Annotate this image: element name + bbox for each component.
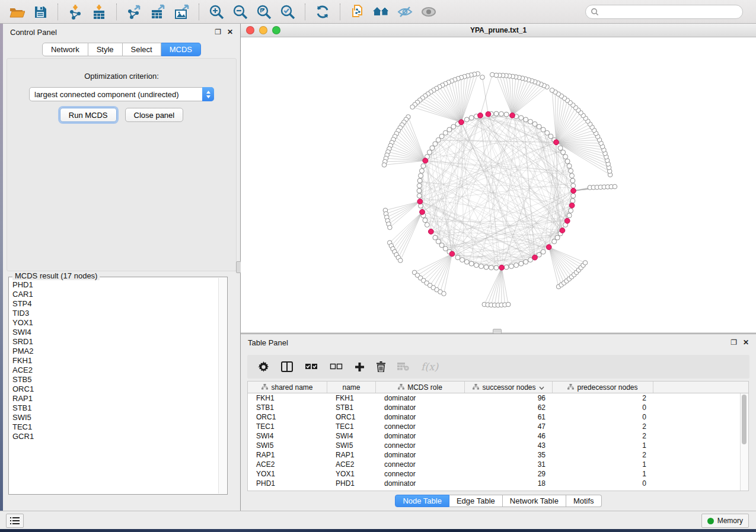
tab-motifs[interactable]: Motifs <box>566 495 602 507</box>
add-column-icon[interactable] <box>355 362 365 372</box>
toolbar-separator <box>305 4 305 20</box>
hide-selected-icon[interactable] <box>394 2 416 21</box>
cell-MCDS-role: dominator <box>376 450 465 460</box>
tab-network[interactable]: Network <box>42 43 88 56</box>
mcds-result-item[interactable]: TID3 <box>12 309 219 318</box>
table-row[interactable]: ACE2ACE2connector311 <box>248 460 748 469</box>
column-view-icon[interactable] <box>281 361 293 372</box>
cell-predecessor-nodes: 2 <box>553 431 653 441</box>
memory-button[interactable]: Memory <box>701 514 749 528</box>
tab-style[interactable]: Style <box>88 43 123 56</box>
criterion-select[interactable]: largest connected component (undirected) <box>29 87 214 101</box>
cell-MCDS-role: dominator <box>376 412 465 422</box>
network-graph-canvas[interactable] <box>241 37 756 332</box>
mcds-result-item[interactable]: RAP1 <box>12 394 219 403</box>
cell-name: STB1 <box>327 403 376 412</box>
search-input[interactable] <box>599 5 738 18</box>
first-neighbors-icon[interactable] <box>371 2 392 21</box>
float-panel-icon[interactable]: ❐ <box>215 28 221 36</box>
import-table-icon[interactable] <box>88 2 110 21</box>
mcds-result-list[interactable]: PHD1CAR1STP4TID3YOX1SWI4SRD1PMA2FKH1ACE2… <box>9 278 219 493</box>
cell-predecessor-nodes: 0 <box>553 412 653 422</box>
mcds-result-item[interactable]: SWI5 <box>12 413 219 422</box>
tab-network-table[interactable]: Network Table <box>503 495 566 507</box>
mcds-result-item[interactable]: TEC1 <box>12 422 219 432</box>
mcds-result-item[interactable]: PMA2 <box>12 347 219 356</box>
float-table-panel-icon[interactable]: ❐ <box>731 339 737 346</box>
cell-predecessor-nodes: 2 <box>553 450 653 460</box>
export-table-icon[interactable] <box>147 2 168 21</box>
save-icon[interactable] <box>30 2 51 21</box>
table-toolbar: f(x) <box>247 355 749 379</box>
tab-node-table[interactable]: Node Table <box>395 495 449 507</box>
node-table: shared namenameMCDS rolesuccessor nodesp… <box>247 381 749 491</box>
table-scrollbar[interactable] <box>740 393 748 491</box>
cell-successor-nodes: 43 <box>465 441 553 450</box>
column-header-successor-nodes[interactable]: successor nodes <box>465 382 553 393</box>
select-all-icon[interactable] <box>305 363 318 370</box>
column-header-name[interactable]: name <box>327 382 376 393</box>
mcds-result-item[interactable]: ACE2 <box>12 366 219 375</box>
run-mcds-button[interactable]: Run MCDS <box>60 108 117 122</box>
cell-name: SWI5 <box>327 441 376 450</box>
cell-shared-name: RAP1 <box>248 450 327 460</box>
zoom-fit-icon[interactable] <box>253 2 275 21</box>
duplicate-network-icon[interactable] <box>347 2 368 21</box>
status-bar: Memory <box>0 511 756 529</box>
tab-mcds[interactable]: MCDS <box>161 43 201 56</box>
column-header-MCDS-role[interactable]: MCDS role <box>376 382 465 393</box>
mcds-result-item[interactable]: CAR1 <box>12 290 219 299</box>
show-all-icon[interactable] <box>418 2 439 21</box>
formula-icon: f(x) <box>421 361 438 373</box>
close-panel-icon[interactable]: ✕ <box>227 28 233 36</box>
trash-icon[interactable] <box>377 361 385 372</box>
table-row[interactable]: ORC1ORC1dominator610 <box>248 412 748 422</box>
mcds-result-item[interactable]: STB1 <box>12 403 219 413</box>
table-scrollbar-thumb[interactable] <box>742 395 747 444</box>
search-box[interactable] <box>585 5 743 19</box>
close-panel-button[interactable]: Close panel <box>125 108 184 122</box>
table-row[interactable]: PHD1PHD1dominator180 <box>248 479 748 488</box>
unselect-all-icon[interactable] <box>330 363 343 370</box>
mcds-result-item[interactable]: STB5 <box>12 375 219 384</box>
column-header-predecessor-nodes[interactable]: predecessor nodes <box>553 382 653 393</box>
cell-MCDS-role: dominator <box>376 393 465 403</box>
mcds-result-item[interactable]: SWI4 <box>12 328 219 337</box>
mcds-result-item[interactable]: SRD1 <box>12 337 219 347</box>
table-row[interactable]: YOX1YOX1connector291 <box>248 469 748 479</box>
table-row[interactable]: RAP1RAP1dominator352 <box>248 450 748 460</box>
refresh-icon[interactable] <box>312 2 333 21</box>
table-row[interactable]: SWI5SWI5connector431 <box>248 441 748 450</box>
cell-shared-name: FKH1 <box>248 393 327 403</box>
export-network-icon[interactable] <box>123 2 145 21</box>
export-image-icon[interactable] <box>171 2 192 21</box>
task-history-button[interactable] <box>6 514 24 528</box>
zoom-out-icon[interactable] <box>229 2 251 21</box>
control-panel: Control Panel ❐ ✕ NetworkStyleSelectMCDS… <box>3 24 241 511</box>
mcds-result-item[interactable]: YOX1 <box>12 318 219 328</box>
mcds-result-item[interactable]: ORC1 <box>12 384 219 394</box>
mcds-list-scrollbar[interactable] <box>218 278 227 493</box>
mcds-result-item[interactable]: STP4 <box>12 299 219 309</box>
cell-name: TEC1 <box>327 422 376 431</box>
table-row[interactable]: FKH1FKH1dominator962 <box>248 393 748 403</box>
mcds-result-item[interactable]: FKH1 <box>12 356 219 366</box>
mcds-result-item[interactable]: PHD1 <box>12 280 219 290</box>
mcds-result-item[interactable]: GCR1 <box>12 432 219 441</box>
cell-successor-nodes: 18 <box>465 479 553 488</box>
mcds-tab-pane: Optimization criterion: largest connecte… <box>7 58 237 271</box>
gear-icon[interactable] <box>258 361 269 373</box>
tab-select[interactable]: Select <box>123 43 161 56</box>
close-table-panel-icon[interactable]: ✕ <box>743 339 749 346</box>
cell-MCDS-role: connector <box>376 441 465 450</box>
import-network-icon[interactable] <box>65 2 86 21</box>
zoom-selected-icon[interactable] <box>277 2 298 21</box>
column-header-shared-name[interactable]: shared name <box>248 382 327 393</box>
zoom-in-icon[interactable] <box>206 2 227 21</box>
table-row[interactable]: STB1STB1dominator620 <box>248 403 748 412</box>
open-file-icon[interactable] <box>6 2 27 21</box>
network-window-titlebar[interactable]: YPA_prune.txt_1 <box>241 24 756 37</box>
table-row[interactable]: SWI4SWI4dominator462 <box>248 431 748 441</box>
table-row[interactable]: TEC1TEC1connector472 <box>248 422 748 431</box>
tab-edge-table[interactable]: Edge Table <box>449 495 503 507</box>
